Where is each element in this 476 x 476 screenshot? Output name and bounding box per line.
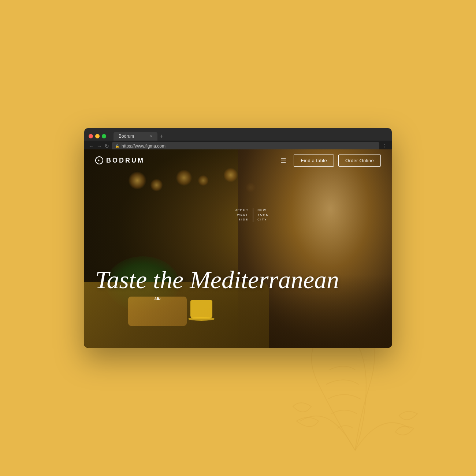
hero-script-heading: Taste the Mediterranean	[95, 267, 381, 292]
location-right: NEW YORK CITY	[254, 208, 269, 222]
location-right1: NEW	[257, 208, 269, 213]
hero-flourish: ❧	[154, 294, 381, 304]
logo-text: BODRUM	[106, 157, 145, 164]
tab-area: Bodrum × +	[114, 132, 387, 141]
traffic-lights	[89, 134, 106, 138]
hamburger-menu-icon[interactable]: ☰	[280, 156, 286, 164]
forward-button[interactable]: →	[97, 144, 102, 149]
refresh-button[interactable]: ↻	[105, 144, 109, 149]
nav-right-section: ☰ Find a table Order Online	[280, 155, 381, 167]
address-bar[interactable]: 🔒 https://www.figma.com	[112, 142, 379, 150]
hero-heading-area: Taste the Mediterranean ❧	[95, 267, 381, 304]
site-logo: ✦ BODRUM	[95, 156, 145, 164]
url-text: https://www.figma.com	[122, 144, 166, 149]
lock-icon: 🔒	[115, 144, 119, 148]
bokeh-light-1	[128, 171, 146, 190]
website-content: ✦ BODRUM ☰ Find a table Order Online UPP…	[84, 149, 392, 348]
location-badge: UPPER WEST SIDE NEW YORK CITY	[235, 208, 269, 222]
minimize-button[interactable]	[95, 134, 100, 138]
logo-circle: ✦	[95, 156, 103, 164]
location-right2: YORK	[257, 213, 269, 217]
order-online-button[interactable]: Order Online	[338, 155, 381, 167]
location-line1: UPPER	[235, 208, 249, 213]
maximize-button[interactable]	[102, 134, 106, 138]
bokeh-light-2	[150, 179, 163, 191]
active-tab[interactable]: Bodrum ×	[114, 132, 157, 141]
new-tab-button[interactable]: +	[160, 133, 163, 140]
location-right3: CITY	[257, 217, 269, 222]
tab-close-button[interactable]: ×	[150, 134, 152, 138]
close-button[interactable]	[89, 134, 93, 138]
location-line3: SIDE	[235, 217, 249, 222]
find-table-button[interactable]: Find a table	[294, 155, 334, 167]
browser-chrome: Bodrum × + ← → ↻ 🔒 https://www.figma.com…	[84, 128, 392, 149]
logo-circle-icon: ✦	[97, 159, 101, 162]
location-left: UPPER WEST SIDE	[235, 208, 252, 222]
browser-title-bar: Bodrum × +	[84, 128, 392, 141]
more-options-button[interactable]: ⋮	[382, 143, 387, 149]
bokeh-light-4	[198, 175, 209, 186]
tab-title: Bodrum	[119, 134, 134, 139]
browser-window: Bodrum × + ← → ↻ 🔒 https://www.figma.com…	[84, 128, 392, 348]
location-line2: WEST	[235, 213, 249, 217]
back-button[interactable]: ←	[89, 144, 94, 149]
site-navigation: ✦ BODRUM ☰ Find a table Order Online	[84, 149, 392, 171]
location-divider	[253, 208, 253, 222]
bokeh-light-3	[176, 170, 192, 186]
